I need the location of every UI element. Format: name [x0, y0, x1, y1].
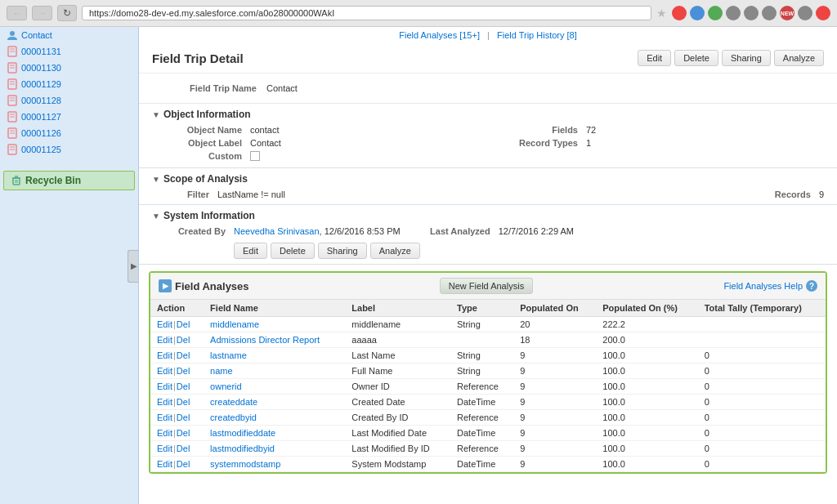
field-name-link-4[interactable]: ownerid	[210, 381, 242, 391]
populated-pct-cell: 100.0	[596, 379, 697, 395]
record-link-6[interactable]: 00001126	[21, 128, 61, 138]
new-field-analysis-button[interactable]: New Field Analysis	[440, 278, 533, 294]
field-name-link-8[interactable]: lastmodifiedbyid	[210, 444, 275, 453]
sys-info-title[interactable]: ▼ System Information	[152, 210, 824, 221]
sidebar-item-00001131[interactable]: 00001131	[0, 43, 138, 60]
del-link-6[interactable]: Del	[177, 413, 190, 422]
type-cell: DateTime	[450, 426, 513, 441]
field-name-link-9[interactable]: systemmodstamp	[210, 459, 280, 469]
object-info-title[interactable]: ▼ Object Information	[152, 109, 824, 120]
edit-link-1[interactable]: Edit	[157, 335, 172, 345]
label-cell: Full Name	[345, 364, 450, 379]
field-name-cell: createdbyid	[204, 410, 345, 426]
table-row: Edit|Del systemmodstamp System Modstamp …	[150, 457, 826, 472]
sidebar-item-00001129[interactable]: 00001129	[0, 76, 138, 92]
sidebar-item-00001130[interactable]: 00001130	[0, 60, 138, 76]
total-tally-cell	[698, 317, 826, 332]
edit-link-8[interactable]: Edit	[157, 444, 172, 453]
recycle-bin-label: Recycle Bin	[25, 175, 81, 186]
edit-link-2[interactable]: Edit	[157, 350, 172, 360]
last-analyzed-label: Last Analyzed	[401, 226, 499, 236]
field-name-link-7[interactable]: lastmodifieddate	[210, 428, 275, 438]
sidebar-toggle[interactable]: ▶	[128, 250, 139, 283]
field-name-link-3[interactable]: name	[210, 366, 233, 376]
svg-point-0	[10, 31, 15, 36]
fields-label: Fields	[488, 125, 586, 135]
record-link-3[interactable]: 00001129	[21, 79, 61, 89]
help-icon[interactable]: ?	[806, 280, 817, 292]
created-by-link[interactable]: Neevedha Srinivasan	[234, 226, 320, 236]
sidebar-item-00001125[interactable]: 00001125	[0, 141, 138, 158]
refresh-button[interactable]: ↻	[57, 5, 77, 21]
field-name-link-1[interactable]: Admissions Director Report	[210, 335, 320, 345]
populated-on-cell: 9	[513, 410, 596, 426]
del-link-4[interactable]: Del	[177, 381, 190, 391]
table-row: Edit|Del ownerid Owner ID Reference 9 10…	[150, 379, 826, 395]
analyze-button[interactable]: Analyze	[774, 50, 824, 66]
sidebar-item-00001127[interactable]: 00001127	[0, 109, 138, 125]
back-button[interactable]: ←	[7, 6, 27, 20]
populated-pct-cell: 100.0	[596, 441, 697, 457]
edit-link-5[interactable]: Edit	[157, 397, 172, 407]
del-link-2[interactable]: Del	[177, 350, 190, 360]
record-link-4[interactable]: 00001128	[21, 96, 61, 105]
field-name-link-5[interactable]: createddate	[210, 397, 257, 407]
edit-link-6[interactable]: Edit	[157, 413, 172, 422]
recycle-bin-item[interactable]: Recycle Bin	[3, 171, 135, 190]
edit-link-9[interactable]: Edit	[157, 459, 172, 469]
delete-button[interactable]: Delete	[674, 50, 718, 66]
populated-on-cell: 9	[513, 395, 596, 410]
field-name-cell: systemmodstamp	[204, 457, 345, 472]
del-link-3[interactable]: Del	[177, 366, 190, 376]
field-trip-name-section: Field Trip Name Contact	[139, 74, 837, 104]
sys-analyze-button[interactable]: Analyze	[370, 243, 420, 259]
scope-title[interactable]: ▼ Scope of Analysis	[152, 173, 824, 185]
record-link-7[interactable]: 00001125	[21, 145, 61, 154]
edit-button[interactable]: Edit	[638, 50, 671, 66]
top-links: Field Analyses [15+] | Field Trip Histor…	[139, 27, 837, 43]
table-row: Edit|Del createddate Created Date DateTi…	[150, 395, 826, 410]
icon-3	[708, 6, 723, 20]
populated-pct-cell: 200.0	[596, 332, 697, 348]
obj-name-value: contact	[250, 125, 279, 135]
sys-sharing-button[interactable]: Sharing	[318, 243, 367, 259]
record-link-2[interactable]: 00001130	[21, 63, 61, 73]
sidebar-item-contact[interactable]: Contact	[0, 27, 138, 43]
fa-help-link[interactable]: Field Analyses Help	[723, 281, 803, 291]
record-link-1[interactable]: 00001131	[21, 47, 61, 56]
edit-link-3[interactable]: Edit	[157, 366, 172, 376]
app-layout: Contact 00001131 00001130 000	[0, 27, 837, 504]
field-trip-history-link[interactable]: Field Trip History [8]	[497, 30, 577, 40]
action-cell: Edit|Del	[150, 379, 204, 395]
address-bar[interactable]	[82, 6, 651, 20]
fa-title-icon: ▶	[159, 279, 172, 292]
del-link-5[interactable]: Del	[177, 397, 190, 407]
edit-link-4[interactable]: Edit	[157, 381, 172, 391]
del-link-0[interactable]: Del	[177, 319, 190, 329]
sys-edit-button[interactable]: Edit	[234, 243, 267, 259]
label-cell: System Modstamp	[345, 457, 450, 472]
field-trip-name-label: Field Trip Name	[152, 83, 266, 93]
field-analyses-link[interactable]: Field Analyses [15+]	[399, 30, 480, 40]
del-link-7[interactable]: Del	[177, 428, 190, 438]
edit-link-7[interactable]: Edit	[157, 428, 172, 438]
del-link-1[interactable]: Del	[177, 335, 190, 345]
field-name-link-2[interactable]: lastname	[210, 350, 247, 360]
action-cell: Edit|Del	[150, 410, 204, 426]
sys-delete-button[interactable]: Delete	[271, 243, 315, 259]
sharing-button[interactable]: Sharing	[722, 50, 771, 66]
forward-button[interactable]: →	[32, 6, 52, 20]
icon-5	[744, 6, 759, 20]
field-name-link-6[interactable]: createdbyid	[210, 413, 257, 422]
contact-link[interactable]: Contact	[21, 30, 52, 40]
action-cell: Edit|Del	[150, 364, 204, 379]
del-link-9[interactable]: Del	[177, 459, 190, 469]
col-total-tally: Total Tally (Temporary)	[698, 300, 826, 317]
record-link-5[interactable]: 00001127	[21, 112, 61, 122]
sidebar-item-00001126[interactable]: 00001126	[0, 125, 138, 141]
field-name-link-0[interactable]: middlename	[210, 319, 259, 329]
sidebar-item-00001128[interactable]: 00001128	[0, 92, 138, 109]
edit-link-0[interactable]: Edit	[157, 319, 172, 329]
del-link-8[interactable]: Del	[177, 444, 190, 453]
sidebar: Contact 00001131 00001130 000	[0, 27, 139, 504]
